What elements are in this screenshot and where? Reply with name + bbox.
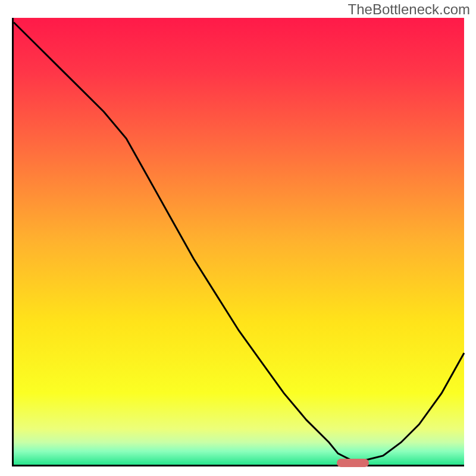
bottleneck-curve [14, 18, 464, 465]
chart-container: TheBottleneck.com [0, 0, 476, 476]
watermark-text: TheBottleneck.com [348, 1, 470, 18]
optimal-range-marker [337, 459, 368, 467]
plot-area [12, 18, 464, 466]
